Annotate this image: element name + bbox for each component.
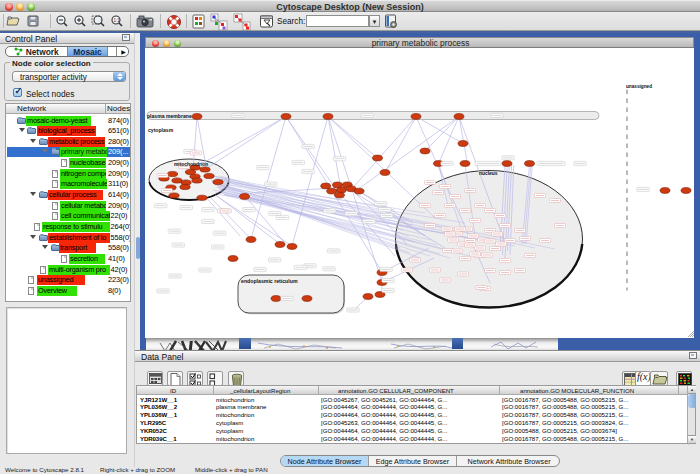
- svg-text:unassigned: unassigned: [626, 84, 652, 89]
- svg-text:plasma membrane: plasma membrane: [147, 112, 192, 118]
- svg-text:nucleus: nucleus: [479, 171, 498, 176]
- svg-text:1:1: 1:1: [113, 18, 120, 23]
- svg-text:endoplasmic reticulum: endoplasmic reticulum: [241, 277, 298, 283]
- svg-text:cytoplasm: cytoplasm: [148, 127, 174, 133]
- svg-text:mitochondrion: mitochondrion: [174, 161, 208, 166]
